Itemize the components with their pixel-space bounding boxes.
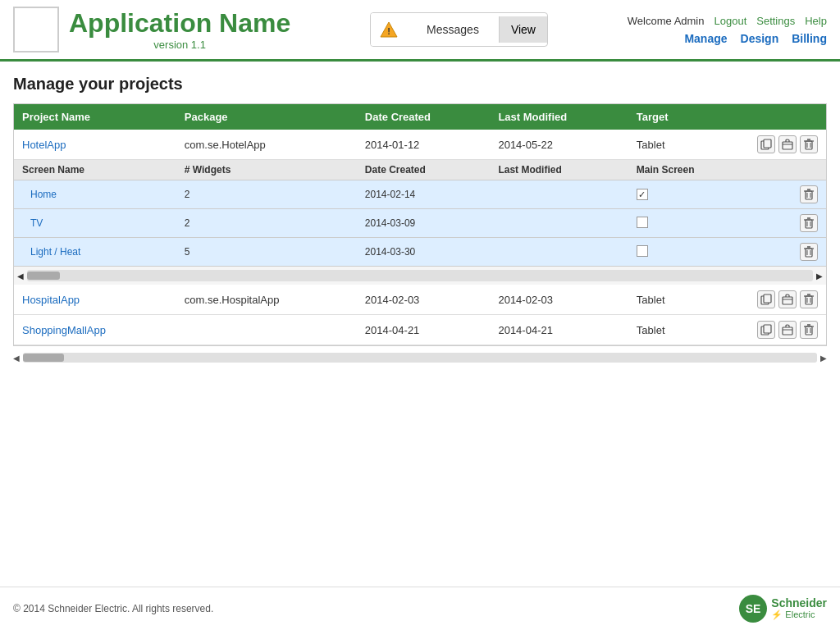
delete-button[interactable] <box>800 321 818 339</box>
settings-link[interactable]: Settings <box>756 15 795 27</box>
screen-action-icons <box>757 185 818 203</box>
screen-row: TV 2 2014-03-09 <box>14 209 826 238</box>
screen-row: Home 2 2014-02-14 ✓ <box>14 180 826 209</box>
package-button[interactable] <box>778 290 797 308</box>
screen-main-screen-cell <box>628 209 749 238</box>
project-link[interactable]: HotelApp <box>22 139 66 151</box>
col-project-name: Project Name <box>14 104 176 130</box>
action-icons <box>757 321 818 339</box>
nav-billing[interactable]: Billing <box>792 32 827 45</box>
main-screen-checkbox-unchecked[interactable] <box>637 217 648 228</box>
col-date-created: Date Created <box>357 104 491 130</box>
project-package-cell <box>176 315 357 345</box>
screen-link[interactable]: Light / Heat <box>30 246 80 258</box>
main-screen-checkbox-checked[interactable]: ✓ <box>637 189 648 200</box>
screen-delete-button[interactable] <box>800 214 818 232</box>
screen-row: Light / Heat 5 2014-03-30 <box>14 238 826 267</box>
view-button[interactable]: View <box>499 16 547 43</box>
screen-widgets-cell: 2 <box>176 180 357 209</box>
table-header-row: Project Name Package Date Created Last M… <box>14 104 826 130</box>
project-link[interactable]: ShoppingMallApp <box>22 324 106 336</box>
project-name-cell: ShoppingMallApp <box>14 315 176 345</box>
sub-header-row: Screen Name # Widgets Date Created Last … <box>14 160 826 180</box>
sub-col-actions <box>749 160 826 180</box>
screen-action-icons <box>757 243 818 261</box>
svg-rect-3 <box>764 139 771 148</box>
screen-main-screen-cell: ✓ <box>628 180 749 209</box>
package-button[interactable] <box>778 135 797 153</box>
messages-area: ! Messages View <box>370 12 548 47</box>
nav-design[interactable]: Design <box>741 32 779 45</box>
content: Manage your projects Project Name Packag… <box>0 62 840 382</box>
screen-main-screen-cell <box>628 238 749 267</box>
warning-icon: ! <box>379 20 399 39</box>
project-last-modified-cell: 2014-02-03 <box>490 285 628 315</box>
inline-scrollbar-track[interactable] <box>27 270 813 281</box>
copy-button[interactable] <box>757 321 775 339</box>
screen-link[interactable]: TV <box>30 217 43 229</box>
project-package-cell: com.se.HotelApp <box>176 130 357 160</box>
delete-button[interactable] <box>800 290 818 308</box>
svg-rect-4 <box>783 142 792 149</box>
package-button[interactable] <box>778 321 797 339</box>
project-target-cell: Tablet <box>628 130 749 160</box>
inline-scroll-right[interactable]: ▶ <box>816 272 823 281</box>
action-icons <box>757 135 818 153</box>
svg-rect-39 <box>806 326 812 335</box>
svg-rect-28 <box>783 297 792 304</box>
screen-last-modified-cell <box>490 180 628 209</box>
screen-action-icons <box>757 214 818 232</box>
app-name: Application Name <box>69 8 290 39</box>
inline-scrollbar-thumb <box>27 272 60 280</box>
bottom-scrollbar[interactable]: ◀ ▶ <box>13 353 827 363</box>
screen-actions-cell <box>749 180 826 209</box>
copy-button[interactable] <box>757 135 775 153</box>
project-link[interactable]: HospitalApp <box>22 294 80 306</box>
col-package: Package <box>176 104 357 130</box>
scroll-left-arrow[interactable]: ◀ <box>13 354 20 363</box>
header: Application Name version 1.1 ! Messages … <box>0 0 840 62</box>
screen-date-created-cell: 2014-03-30 <box>357 238 491 267</box>
action-icons <box>757 290 818 308</box>
screen-name-cell: Light / Heat <box>14 238 176 267</box>
project-actions-cell <box>749 285 826 315</box>
screen-widgets-cell: 5 <box>176 238 357 267</box>
inline-scroll-left[interactable]: ◀ <box>17 272 24 281</box>
screen-widgets-cell: 2 <box>176 209 357 238</box>
screen-date-created-cell: 2014-02-14 <box>357 180 491 209</box>
screen-actions-cell <box>749 209 826 238</box>
project-target-cell: Tablet <box>628 315 749 345</box>
screen-last-modified-cell <box>490 209 628 238</box>
app-title-area: Application Name version 1.1 <box>69 8 290 51</box>
scroll-thumb <box>23 354 64 362</box>
table-row: HospitalApp com.se.HospitalApp 2014-02-0… <box>14 285 826 315</box>
svg-rect-11 <box>806 191 812 199</box>
svg-rect-37 <box>783 327 792 335</box>
copy-button[interactable] <box>757 290 775 308</box>
nav-manage[interactable]: Manage <box>684 32 727 45</box>
screen-name-cell: TV <box>14 209 176 238</box>
table-row: HotelApp com.se.HotelApp 2014-01-12 2014… <box>14 130 826 160</box>
project-name-cell: HospitalApp <box>14 285 176 315</box>
main-screen-checkbox-unchecked[interactable] <box>637 245 648 257</box>
table-container[interactable]: Project Name Package Date Created Last M… <box>13 103 827 346</box>
help-link[interactable]: Help <box>805 15 827 27</box>
scroll-right-arrow[interactable]: ▶ <box>820 354 827 363</box>
project-date-created-cell: 2014-02-03 <box>357 285 491 315</box>
project-date-created-cell: 2014-04-21 <box>357 315 491 345</box>
logout-link[interactable]: Logout <box>714 15 746 27</box>
delete-button[interactable] <box>800 135 818 153</box>
inline-scrollbar-row: ◀ ▶ <box>14 267 826 285</box>
screen-delete-button[interactable] <box>800 243 818 261</box>
screen-delete-button[interactable] <box>800 185 818 203</box>
messages-icon-area: ! <box>371 13 407 46</box>
project-target-cell: Tablet <box>628 285 749 315</box>
sub-col-date-created: Date Created <box>357 160 491 180</box>
project-package-cell: com.se.HospitalApp <box>176 285 357 315</box>
project-actions-cell <box>749 315 826 345</box>
svg-rect-36 <box>764 325 771 333</box>
screen-link[interactable]: Home <box>30 189 57 200</box>
welcome-text: Welcome Admin <box>628 15 705 27</box>
scroll-track[interactable] <box>23 353 817 363</box>
logo-box <box>13 7 59 52</box>
